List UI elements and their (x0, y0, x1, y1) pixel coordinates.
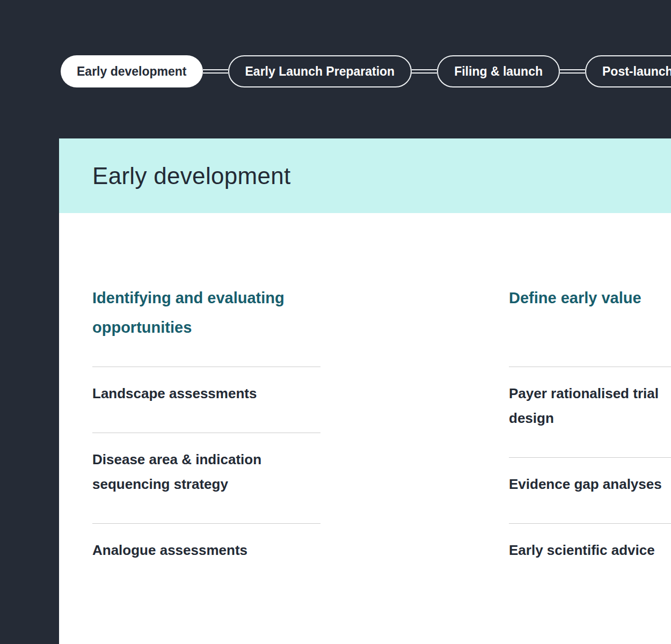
panel-content: Identifying and evaluating opportunities… (59, 213, 671, 589)
app-window: Early development Early Launch Preparati… (0, 0, 671, 644)
list-item-payer-rationalised-trial-design: Payer rationalised trial design (509, 367, 671, 457)
column-heading: Define early value (509, 283, 671, 367)
list-item-early-scientific-advice: Early scientific advice (509, 523, 671, 589)
step-post-launch[interactable]: Post-launch (585, 55, 671, 87)
column-heading: Identifying and evaluating opportunities (92, 283, 320, 367)
section-header: Early development (59, 138, 671, 213)
section-title: Early development (92, 163, 291, 189)
step-connector (560, 69, 585, 74)
step-early-development[interactable]: Early development (61, 55, 203, 87)
list-item-landscape-assessments: Landscape assessments (92, 367, 320, 433)
column-identifying-opportunities: Identifying and evaluating opportunities… (92, 283, 320, 589)
step-connector (412, 69, 437, 74)
column-define-early-value: Define early value Payer rationalised tr… (509, 283, 671, 589)
list-item-evidence-gap-analyses: Evidence gap analyses (509, 457, 671, 523)
phase-panel: Early development Identifying and evalua… (59, 138, 671, 644)
phase-stepper: Early development Early Launch Preparati… (61, 55, 671, 87)
step-connector (203, 69, 228, 74)
step-early-launch-preparation[interactable]: Early Launch Preparation (228, 55, 412, 87)
list-item-disease-area-indication: Disease area & indication sequencing str… (92, 433, 320, 523)
step-filing-and-launch[interactable]: Filing & launch (437, 55, 560, 87)
list-item-analogue-assessments: Analogue assessments (92, 523, 320, 589)
